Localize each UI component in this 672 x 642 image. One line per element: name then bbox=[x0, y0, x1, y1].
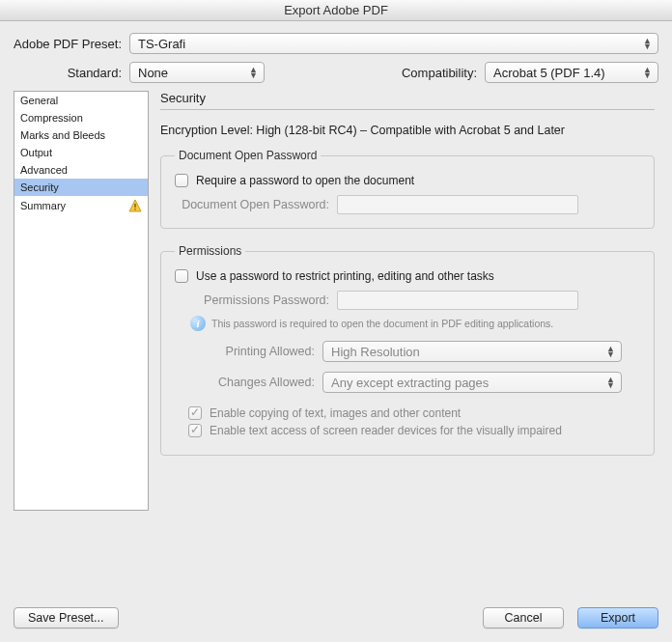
sidebar-item-security[interactable]: Security bbox=[14, 179, 148, 196]
cancel-button[interactable]: Cancel bbox=[483, 607, 564, 628]
sidebar-item-label: Output bbox=[20, 147, 52, 158]
export-button[interactable]: Export bbox=[577, 607, 658, 628]
permissions-password-input bbox=[337, 291, 578, 310]
compatibility-value: Acrobat 5 (PDF 1.4) bbox=[493, 66, 605, 80]
permissions-password-label: Permissions Password: bbox=[175, 293, 329, 307]
panel-title: Security bbox=[160, 91, 655, 110]
updown-icon: ▲▼ bbox=[606, 346, 615, 357]
enable-text-access-label: Enable text access of screen reader devi… bbox=[210, 424, 562, 437]
updown-icon: ▲▼ bbox=[249, 67, 258, 78]
sidebar-item-compression[interactable]: Compression bbox=[14, 109, 148, 126]
sidebar-item-label: Marks and Bleeds bbox=[20, 129, 105, 141]
sidebar-item-label: Compression bbox=[20, 112, 83, 124]
standard-label: Standard: bbox=[14, 66, 129, 80]
group-legend: Document Open Password bbox=[175, 149, 321, 162]
require-open-password-label: Require a password to open the document bbox=[196, 174, 414, 187]
enable-text-access-checkbox bbox=[188, 424, 202, 437]
svg-rect-2 bbox=[134, 209, 135, 209]
standard-value: None bbox=[138, 66, 168, 80]
use-permissions-password-checkbox[interactable] bbox=[175, 269, 188, 283]
category-sidebar: General Compression Marks and Bleeds Out… bbox=[14, 91, 149, 511]
sidebar-item-general[interactable]: General bbox=[14, 92, 148, 109]
permissions-group: Permissions Use a password to restrict p… bbox=[160, 244, 655, 456]
sidebar-item-summary[interactable]: Summary bbox=[14, 196, 148, 215]
save-preset-button[interactable]: Save Preset... bbox=[14, 607, 119, 628]
window-title: Export Adobe PDF bbox=[0, 0, 672, 21]
warning-icon bbox=[128, 199, 142, 212]
sidebar-item-label: General bbox=[20, 95, 58, 106]
compatibility-label: Compatibility: bbox=[402, 66, 485, 80]
preset-value: TS-Grafi bbox=[138, 37, 185, 51]
changes-allowed-label: Changes Allowed: bbox=[175, 376, 315, 389]
open-password-input bbox=[337, 195, 578, 214]
sidebar-item-label: Advanced bbox=[20, 164, 68, 176]
permissions-info-text: This password is required to open the do… bbox=[211, 318, 553, 329]
group-legend: Permissions bbox=[175, 244, 245, 258]
updown-icon: ▲▼ bbox=[606, 377, 615, 388]
svg-rect-1 bbox=[134, 204, 135, 208]
encryption-level: Encryption Level: High (128-bit RC4) – C… bbox=[160, 124, 655, 137]
updown-icon: ▲▼ bbox=[643, 38, 652, 49]
preset-select[interactable]: TS-Grafi ▲▼ bbox=[129, 33, 658, 54]
sidebar-item-label: Security bbox=[20, 181, 59, 193]
use-permissions-password-label: Use a password to restrict printing, edi… bbox=[196, 269, 494, 283]
printing-allowed-label: Printing Allowed: bbox=[175, 345, 315, 358]
updown-icon: ▲▼ bbox=[643, 67, 652, 78]
sidebar-item-advanced[interactable]: Advanced bbox=[14, 161, 148, 179]
enable-copying-checkbox bbox=[188, 406, 202, 420]
changes-allowed-value: Any except extracting pages bbox=[331, 376, 489, 390]
info-icon: i bbox=[190, 316, 206, 331]
changes-allowed-select: Any except extracting pages ▲▼ bbox=[322, 372, 622, 393]
compatibility-select[interactable]: Acrobat 5 (PDF 1.4) ▲▼ bbox=[485, 62, 658, 83]
printing-allowed-value: High Resolution bbox=[331, 345, 420, 359]
sidebar-item-output[interactable]: Output bbox=[14, 144, 148, 161]
require-open-password-checkbox[interactable] bbox=[175, 174, 188, 187]
open-password-label: Document Open Password: bbox=[175, 198, 329, 211]
printing-allowed-select: High Resolution ▲▼ bbox=[322, 341, 622, 362]
sidebar-item-marks-and-bleeds[interactable]: Marks and Bleeds bbox=[14, 126, 148, 144]
sidebar-item-label: Summary bbox=[20, 200, 66, 211]
standard-select[interactable]: None ▲▼ bbox=[129, 62, 265, 83]
enable-copying-label: Enable copying of text, images and other… bbox=[210, 406, 461, 420]
preset-label: Adobe PDF Preset: bbox=[14, 37, 129, 51]
document-open-password-group: Document Open Password Require a passwor… bbox=[160, 149, 655, 229]
